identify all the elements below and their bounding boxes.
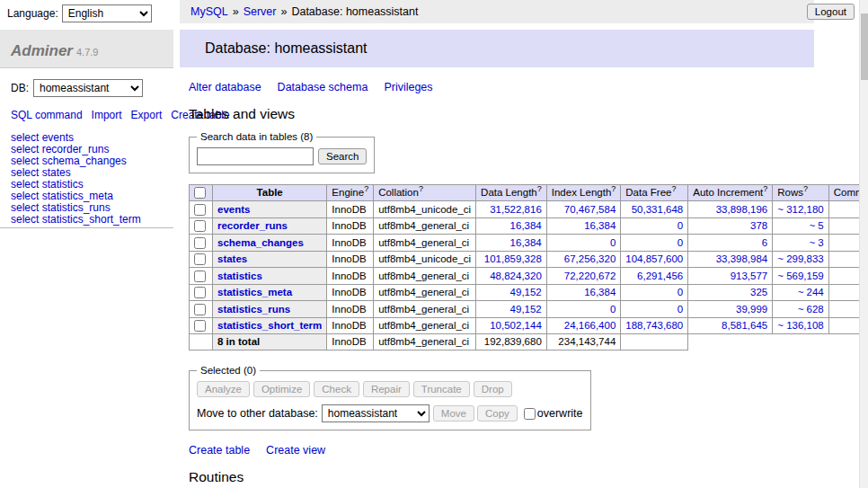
table-link[interactable]: states bbox=[217, 253, 247, 264]
import-link[interactable]: Import bbox=[92, 109, 122, 121]
rows-count-link[interactable]: ~ 3 bbox=[809, 237, 823, 248]
index-length-link[interactable]: 70,467,584 bbox=[564, 204, 616, 215]
data-free-link[interactable]: 0 bbox=[678, 237, 683, 248]
table-link[interactable]: statistics bbox=[217, 271, 262, 281]
rows-count-link[interactable]: ~ 628 bbox=[798, 304, 824, 315]
create-table-link[interactable]: Create table bbox=[189, 444, 250, 457]
index-length-link[interactable]: 16,384 bbox=[584, 287, 616, 297]
row-checkbox[interactable] bbox=[194, 287, 206, 298]
index-length-link[interactable]: 72,220,672 bbox=[564, 271, 616, 281]
scrollbar[interactable] bbox=[859, 0, 868, 488]
create-view-link[interactable]: Create view bbox=[266, 444, 325, 457]
row-checkbox[interactable] bbox=[194, 271, 206, 282]
data-free-link[interactable]: 50,331,648 bbox=[632, 204, 684, 215]
row-checkbox[interactable] bbox=[194, 304, 206, 315]
table-link[interactable]: events bbox=[217, 204, 250, 215]
db-select[interactable]: homeassistant bbox=[33, 79, 143, 97]
select-states-link[interactable]: select states bbox=[11, 167, 163, 179]
data-length-link[interactable]: 101,859,328 bbox=[484, 253, 542, 264]
select-all-cell bbox=[190, 185, 213, 201]
data-free-link[interactable]: 188,743,680 bbox=[625, 320, 683, 331]
row-checkbox[interactable] bbox=[194, 220, 206, 232]
data-free-link[interactable]: 6,291,456 bbox=[637, 271, 683, 281]
auto-increment-link[interactable]: 325 bbox=[750, 287, 767, 297]
move-db-select[interactable]: homeassistant bbox=[322, 404, 430, 422]
table-link[interactable]: statistics_runs bbox=[217, 304, 290, 315]
data-length-link[interactable]: 10,502,144 bbox=[490, 320, 542, 331]
column-header-data-free: Data Free? bbox=[621, 185, 688, 201]
index-length-link[interactable]: 0 bbox=[610, 237, 616, 248]
data-length-cell: 49,152 bbox=[476, 301, 547, 317]
auto-increment-link[interactable]: 6 bbox=[762, 237, 767, 248]
data-length-link[interactable]: 48,824,320 bbox=[490, 271, 542, 281]
index-length-link[interactable]: 16,384 bbox=[584, 220, 616, 231]
auto-increment-link[interactable]: 913,577 bbox=[731, 271, 768, 281]
bulk-action-buttons: AnalyzeOptimizeCheckRepairTruncateDrop bbox=[197, 381, 583, 397]
data-free-link[interactable]: 0 bbox=[678, 287, 683, 297]
rows-cell: ~ 3 bbox=[773, 235, 828, 251]
rows-count-link[interactable]: ~ 136,108 bbox=[777, 320, 823, 331]
rows-count-link[interactable]: ~ 312,180 bbox=[777, 204, 823, 215]
db-action-links: Alter databaseDatabase schemaPrivileges bbox=[189, 81, 814, 93]
data-free-link[interactable]: 0 bbox=[678, 220, 683, 231]
row-checkbox[interactable] bbox=[194, 320, 206, 332]
table-name-cell: schema_changes bbox=[213, 235, 327, 251]
row-checkbox[interactable] bbox=[194, 237, 206, 249]
index-length-link[interactable]: 24,166,400 bbox=[564, 320, 616, 331]
table-link[interactable]: recorder_runs bbox=[217, 220, 288, 231]
search-input[interactable] bbox=[197, 147, 314, 165]
row-checkbox[interactable] bbox=[194, 204, 206, 216]
auto-increment-link[interactable]: 378 bbox=[750, 220, 767, 231]
select-recorder-runs-link[interactable]: select recorder_runs bbox=[11, 144, 163, 155]
select-schema-changes-link[interactable]: select schema_changes bbox=[11, 155, 163, 167]
data-free-link[interactable]: 104,857,600 bbox=[625, 253, 683, 264]
auto-increment-link[interactable]: 33,398,984 bbox=[716, 253, 768, 264]
rows-count-link[interactable]: ~ 299,833 bbox=[777, 253, 823, 264]
rows-count-link[interactable]: ~ 5 bbox=[809, 220, 823, 231]
privileges-link[interactable]: Privileges bbox=[384, 81, 432, 93]
sql-command-link[interactable]: SQL command bbox=[11, 109, 83, 121]
select-statistics-short-term-link[interactable]: select statistics_short_term bbox=[11, 214, 163, 226]
search-button[interactable]: Search bbox=[318, 148, 367, 164]
language-select[interactable]: English bbox=[62, 4, 152, 22]
export-link[interactable]: Export bbox=[131, 109, 163, 121]
auto-increment-link[interactable]: 39,999 bbox=[736, 304, 767, 315]
table-name-cell: events bbox=[213, 201, 327, 217]
data-free-link[interactable]: 0 bbox=[678, 304, 683, 315]
data-length-link[interactable]: 49,152 bbox=[510, 287, 542, 297]
index-length-link[interactable]: 67,256,320 bbox=[564, 253, 616, 264]
select-statistics-link[interactable]: select statistics bbox=[11, 179, 163, 191]
table-link[interactable]: statistics_meta bbox=[217, 287, 292, 297]
data-length-link[interactable]: 49,152 bbox=[510, 304, 542, 315]
data-length-link[interactable]: 31,522,816 bbox=[490, 204, 542, 215]
table-link[interactable]: schema_changes bbox=[217, 237, 304, 248]
table-link[interactable]: statistics_short_term bbox=[217, 320, 322, 331]
select-all-checkbox[interactable] bbox=[194, 187, 206, 199]
rows-cell: ~ 299,833 bbox=[773, 251, 828, 267]
data-length-link[interactable]: 16,384 bbox=[510, 220, 542, 231]
column-header-table: Table bbox=[213, 185, 327, 201]
alter-database-link[interactable]: Alter database bbox=[189, 81, 261, 93]
select-events-link[interactable]: select events bbox=[11, 132, 163, 144]
database-schema-link[interactable]: Database schema bbox=[278, 81, 368, 93]
data-free-cell: 0 bbox=[621, 301, 688, 317]
breadcrumb-mysql-link[interactable]: MySQL bbox=[190, 5, 228, 18]
collation-cell: utf8mb4_general_ci bbox=[374, 217, 476, 234]
auto-increment-link[interactable]: 33,898,196 bbox=[716, 204, 768, 215]
rows-count-link[interactable]: ~ 569,159 bbox=[777, 271, 823, 281]
auto-increment-link[interactable]: 8,581,645 bbox=[722, 320, 767, 331]
rows-count-link[interactable]: ~ 244 bbox=[798, 287, 824, 297]
select-statistics-runs-link[interactable]: select statistics_runs bbox=[11, 202, 163, 214]
scrollbar-thumb[interactable] bbox=[861, 13, 868, 80]
tables-list-table: Table Engine? Collation? Data Length? In… bbox=[189, 184, 868, 350]
content-area: Alter databaseDatabase schemaPrivileges … bbox=[180, 81, 814, 488]
select-statistics-meta-link[interactable]: select statistics_meta bbox=[11, 191, 163, 202]
overwrite-checkbox[interactable] bbox=[524, 408, 536, 420]
breadcrumb-server-link[interactable]: Server bbox=[244, 5, 277, 18]
data-length-link[interactable]: 16,384 bbox=[510, 237, 542, 248]
data-free-cell: 104,857,600 bbox=[621, 251, 688, 267]
row-checkbox[interactable] bbox=[194, 253, 206, 265]
index-length-link[interactable]: 0 bbox=[610, 304, 616, 315]
logout-button[interactable]: Logout bbox=[807, 4, 855, 20]
table-name-cell: states bbox=[213, 251, 327, 267]
